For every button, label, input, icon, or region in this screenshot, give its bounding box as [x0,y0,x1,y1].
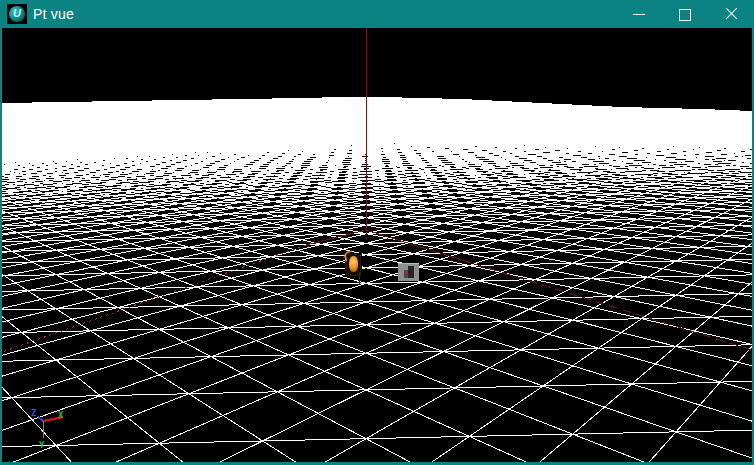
grid-line [2,259,752,276]
maximize-button[interactable] [662,0,708,28]
close-button[interactable] [708,0,754,28]
orientation-gizmo [38,417,63,438]
orange-object-stick [359,272,360,285]
minimize-icon [633,14,645,15]
orange-object-sprite[interactable] [344,251,363,285]
window-title: Pt vue [33,6,74,22]
wireframe-grid-scene [2,28,752,462]
title-bar[interactable]: U Pt vue [0,0,754,28]
grid-line [2,381,752,398]
gray-box-sprite[interactable] [398,263,419,281]
grid-line [2,345,752,362]
app-window: U Pt vue [0,0,754,465]
gizmo-z-label: Z [31,409,36,418]
app-logo-icon: U [9,6,25,22]
gizmo-x-label: X [58,411,63,420]
minimize-button[interactable] [616,0,662,28]
app-icon[interactable]: U [7,4,27,24]
red-dot [406,271,408,274]
axis-right-solid [366,230,462,260]
app-logo-letter: U [13,8,21,19]
viewport-3d[interactable]: X Y Z [2,28,752,462]
maximize-icon [679,9,691,21]
gizmo-y-label: Y [39,441,44,450]
gizmo-z-axis [38,417,43,421]
